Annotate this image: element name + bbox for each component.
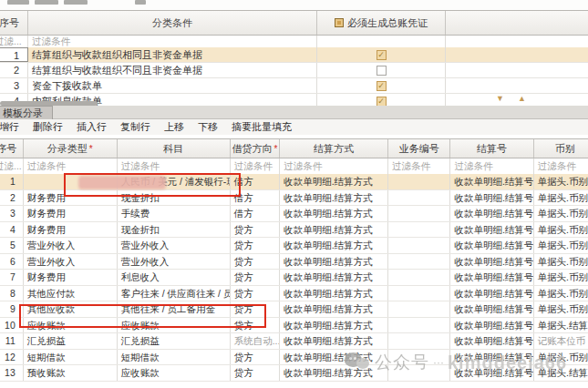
cell-seq[interactable]: 2 <box>0 63 28 77</box>
cell-direction[interactable]: 贷方 <box>231 238 281 253</box>
cell-settle-no[interactable]: 收款单明细.结算号 <box>450 206 533 221</box>
add-row-button[interactable]: 新增行 <box>0 120 19 134</box>
cell-settle-method[interactable]: 收款单明细.结算方式 <box>280 286 388 301</box>
filter-biz-no[interactable]: 过滤条件 <box>388 158 450 174</box>
cell-direction[interactable]: 贷方 <box>231 365 281 381</box>
cell-biz-no[interactable] <box>388 238 450 253</box>
cell-account[interactable]: 客户往来 / 供应商往来 / 员工... <box>118 286 231 301</box>
cell-entry-type[interactable]: 财务费用 <box>24 270 118 285</box>
cell-seq[interactable]: 5 <box>0 238 24 253</box>
cell-biz-no[interactable] <box>388 190 450 206</box>
cell-settle-method[interactable]: 收款单明细.结算方式 <box>280 333 388 349</box>
cell-account[interactable]: 应收账款 <box>118 365 231 381</box>
move-down-button[interactable]: 下移 <box>198 120 218 134</box>
cell-biz-no[interactable] <box>388 333 450 349</box>
checkbox[interactable]: ✓ <box>377 50 387 60</box>
cell-direction[interactable]: 系统自动... <box>231 333 281 349</box>
cell-seq[interactable]: 1 <box>0 47 28 62</box>
cell-direction[interactable]: 借方 <box>231 206 281 221</box>
cell-settle-method[interactable]: 收款单明细.结算方式 <box>280 174 388 189</box>
col-header-seq[interactable]: 序号 <box>0 139 24 158</box>
cell-settle-method[interactable]: 收款单明细.结算方式 <box>280 222 388 238</box>
collapse-up-icon[interactable]: ▲ <box>518 95 526 103</box>
cell-seq[interactable]: 6 <box>0 254 24 270</box>
filter-account[interactable]: 过滤条件 <box>118 158 231 174</box>
cell-currency[interactable]: 单据头.币别 <box>534 254 588 270</box>
cell-currency[interactable]: 单据头.币别 <box>534 301 588 317</box>
col-header-account[interactable]: 科目 <box>118 139 231 158</box>
cell-account[interactable]: 手续费 <box>118 206 231 221</box>
cell-account[interactable]: 营业外收入 <box>118 238 231 253</box>
cell-entry-type[interactable]: 财务费用 <box>24 222 118 238</box>
filter-seq[interactable]: 过滤... <box>0 158 24 174</box>
cell-settle-method[interactable]: 收款单明细.结算方式 <box>280 206 388 221</box>
cell-settle-no[interactable]: 收款单明细.结算号 <box>450 174 533 189</box>
cell-account[interactable]: 营业外收入 <box>118 254 231 270</box>
cell-direction[interactable]: 贷方 <box>231 286 281 301</box>
cell-currency[interactable]: 单据头.币别 <box>534 206 588 221</box>
cell-settle-method[interactable]: 收款单明细.结算方式 <box>280 238 388 253</box>
cell-biz-no[interactable] <box>388 318 450 333</box>
filter-seq[interactable]: 过滤... <box>0 36 28 47</box>
cell-biz-no[interactable] <box>388 174 450 189</box>
filter-type[interactable]: 过滤条件 <box>24 158 118 174</box>
col-header-seq[interactable]: 序号 <box>0 11 28 35</box>
cell-direction[interactable]: 贷方 <box>231 222 281 238</box>
cell-entry-type[interactable]: 营业外收入 <box>24 238 118 253</box>
filter-currency[interactable]: 过滤条件 <box>534 158 588 174</box>
filter-settle-no[interactable]: 过滤条件 <box>450 158 533 174</box>
move-up-button[interactable]: 上移 <box>164 120 184 134</box>
filter-direction[interactable]: 过滤条件 <box>231 158 281 174</box>
cell-biz-no[interactable] <box>388 301 450 317</box>
cell-currency[interactable]: 单据头.币别 <box>534 174 588 189</box>
cell-direction[interactable]: 贷方 <box>231 270 281 285</box>
cell-settle-method[interactable]: 收款单明细.结算方式 <box>280 318 388 333</box>
cell-seq[interactable]: 4 <box>0 222 24 238</box>
col-header-entry-type[interactable]: 分录类型 * <box>24 139 118 158</box>
cell-settle-no[interactable]: 收款单明细.结算号 <box>450 286 533 301</box>
insert-row-button[interactable]: 插入行 <box>77 120 107 134</box>
cell-currency[interactable]: 单据头.结算币 <box>534 318 588 333</box>
cell-entry-type[interactable]: 营业外收入 <box>24 254 118 270</box>
cell-entry-type[interactable]: 其他应付款 <box>24 286 118 301</box>
cell-direction[interactable]: 贷方 <box>231 350 281 365</box>
cell-settle-no[interactable]: 收款单明细.结算号 <box>450 301 533 317</box>
checkbox[interactable]: ✓ <box>377 97 387 107</box>
cell-settle-method[interactable]: 收款单明细.结算方式 <box>280 190 388 206</box>
cell-account[interactable]: 现金折扣 <box>118 222 231 238</box>
cell-seq[interactable]: 1 <box>0 174 24 189</box>
copy-row-button[interactable]: 复制行 <box>120 120 150 134</box>
cell-currency[interactable]: 单据头.币别 <box>534 238 588 253</box>
cell-account[interactable]: 短期借款 <box>118 350 231 365</box>
cell-direction[interactable]: 贷方 <box>231 254 281 270</box>
cell-seq[interactable]: 13 <box>0 365 24 381</box>
filter-settle-method[interactable]: 过滤条件 <box>280 158 388 174</box>
cell-seq[interactable]: 12 <box>0 350 24 365</box>
cell-voucher-checkbox[interactable]: ✓ <box>317 78 446 93</box>
cell-currency[interactable]: 单据头.币别 <box>534 286 588 301</box>
cell-entry-type[interactable]: 汇兑损益 <box>24 333 118 349</box>
col-header-currency[interactable]: 币别 <box>534 139 588 158</box>
collapse-down-icon[interactable]: ▼ <box>496 95 504 103</box>
cell-biz-no[interactable] <box>388 206 450 221</box>
checkbox[interactable]: ✓ <box>377 81 387 91</box>
cell-settle-no[interactable]: 收款单明细.结算号 <box>450 190 533 206</box>
cell-seq[interactable]: 3 <box>0 78 28 93</box>
filter-condition[interactable]: 过滤条件 <box>28 36 317 47</box>
cell-account[interactable]: 利息收入 <box>118 270 231 285</box>
col-header-direction[interactable]: 借贷方向 * <box>231 139 281 158</box>
filter-voucher[interactable] <box>317 36 446 47</box>
cell-settle-no[interactable]: 收款单明细.结算号 <box>450 333 533 349</box>
delete-row-button[interactable]: 删除行 <box>33 120 63 134</box>
cell-account[interactable]: 汇兑损益 <box>118 333 231 349</box>
col-header-must-generate-voucher[interactable]: 必须生成总账凭证 <box>317 11 446 35</box>
cell-settle-method[interactable]: 收款单明细.结算方式 <box>280 270 388 285</box>
cell-seq[interactable]: 2 <box>0 190 24 206</box>
col-header-condition[interactable]: 分类条件 <box>28 11 317 35</box>
cell-voucher-checkbox[interactable] <box>317 63 446 77</box>
cell-condition[interactable]: 结算组织与收款组织不同且非资金单据 <box>28 63 317 77</box>
cell-settle-method[interactable]: 收款单明细.结算方式 <box>280 301 388 317</box>
cell-settle-method[interactable]: 收款单明细.结算方式 <box>280 254 388 270</box>
cell-settle-no[interactable]: 收款单明细.结算号 <box>450 318 533 333</box>
cell-seq[interactable]: 3 <box>0 206 24 221</box>
